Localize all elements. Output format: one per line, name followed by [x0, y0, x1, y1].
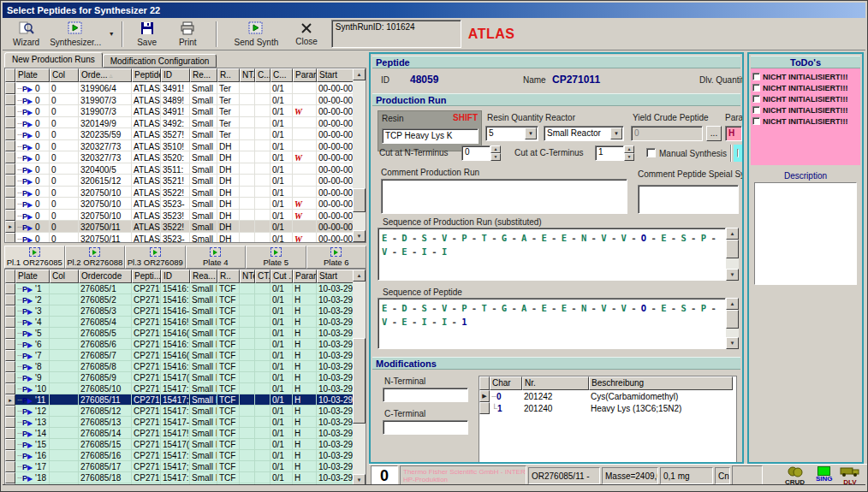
- vertical-scrollbar[interactable]: ▲ ▼: [353, 68, 366, 242]
- scroll-up-button[interactable]: ▲: [726, 228, 739, 240]
- cut-n-terminus-value[interactable]: 0: [461, 145, 490, 161]
- table-row[interactable]: ┄P▶ 00319907/3ATLAS 2!3489!SmallTer0/100…: [5, 94, 366, 106]
- scroll-thumb[interactable]: [353, 188, 366, 212]
- vertical-scrollbar[interactable]: ▲ ▼: [726, 298, 739, 349]
- table-row[interactable]: ┄P▶ '4276085/4CP271C15416!Small FTCF0/1H…: [5, 317, 366, 328]
- column-header[interactable]: Params: [293, 270, 317, 283]
- table-row[interactable]: ┄P▶ '5276085/5CP271C15416(Small FTCF0/1H…: [5, 328, 366, 339]
- table-row[interactable]: ┄P▶ '1276085/1CP271C15416:Small FTCF0/1H…: [5, 283, 366, 294]
- row-selector[interactable]: [5, 105, 15, 117]
- scroll-up-button[interactable]: ▲: [726, 298, 739, 310]
- plate-tab-3[interactable]: Pl.3 OR276089: [125, 246, 186, 269]
- scroll-up-button[interactable]: ▲: [353, 68, 366, 80]
- todo-checkbox[interactable]: [752, 84, 760, 92]
- row-selector[interactable]: [5, 439, 15, 450]
- title-bar[interactable]: Select Peptides for Synthesizer 22: [3, 3, 865, 18]
- column-header[interactable]: Params: [293, 68, 317, 82]
- column-header[interactable]: NT...: [240, 68, 255, 82]
- row-selector[interactable]: [5, 151, 15, 163]
- cut-n-terminus-spinner[interactable]: 0 ▲▼: [461, 145, 501, 161]
- sing-indicator[interactable]: SING: [816, 466, 833, 483]
- column-header[interactable]: Start: [317, 270, 354, 283]
- column-header[interactable]: Rea...: [190, 270, 217, 283]
- spin-down-icon[interactable]: ▼: [490, 153, 501, 161]
- row-selector[interactable]: ▶: [479, 390, 490, 402]
- row-selector[interactable]: [5, 450, 15, 461]
- todo-checkbox[interactable]: [752, 95, 760, 103]
- save-button[interactable]: Save: [132, 19, 162, 50]
- row-selector[interactable]: [5, 94, 15, 106]
- todo-item[interactable]: NICHT INITIALISIERT!!!: [752, 104, 859, 116]
- row-selector[interactable]: [5, 472, 15, 483]
- row-selector[interactable]: [5, 128, 15, 140]
- wizard-button[interactable]: Wizard: [8, 19, 45, 50]
- table-row[interactable]: ┄P▶ '13276085/13CP271C15417-Small FTCF0/…: [5, 417, 366, 428]
- todo-item[interactable]: NICHT INITIALISIERT!!!: [752, 116, 859, 127]
- row-selector[interactable]: [5, 339, 15, 350]
- table-row[interactable]: ┄P▶ 00320327/73ATLAS 2!3510!SmallDH0/100…: [5, 140, 366, 152]
- table-row[interactable]: ┄P▶ 00320750/10ATLAS 2!3522!SmallDH0/100…: [5, 187, 366, 199]
- vertical-scrollbar[interactable]: ▲ ▼: [726, 228, 739, 281]
- table-row[interactable]: ┄P▶ 00320615/12ATLAS 2!3521!SmallDH0/100…: [5, 175, 366, 187]
- table-row[interactable]: ▶┄0201242Cys(Carbamidomethyl): [479, 390, 736, 402]
- manual-synthesis-checkbox[interactable]: [646, 148, 656, 157]
- row-selector[interactable]: [5, 461, 15, 472]
- plate-tab-5[interactable]: Plate 5: [246, 246, 306, 269]
- synthesizer-button[interactable]: Synthesizer...: [45, 19, 106, 50]
- spin-up-icon[interactable]: ▲: [490, 145, 501, 153]
- column-header[interactable]: R..: [217, 270, 240, 283]
- column-header[interactable]: Char: [490, 376, 522, 390]
- todo-item[interactable]: NICHT INITIALISIERT!!!: [752, 93, 859, 104]
- table-row[interactable]: ┄P▶ '6276085/6CP271C15416:Small FTCF0/1H…: [5, 339, 366, 350]
- plate-tab-6[interactable]: Plate 6: [306, 246, 367, 269]
- chevron-down-icon[interactable]: ▼: [525, 127, 537, 139]
- table-row[interactable]: ┄P▶ 00320750/10ATLAS 2!3523!SmallDH0/1W0…: [5, 210, 366, 222]
- checked-res-checkbox[interactable]: [737, 149, 739, 157]
- scroll-down-button[interactable]: ▼: [726, 269, 739, 281]
- plate-tab-1[interactable]: Pl.1 OR276085: [4, 246, 65, 269]
- row-selector[interactable]: [5, 283, 15, 294]
- scroll-thumb[interactable]: [353, 338, 366, 424]
- table-row[interactable]: ┄P▶ '17276085/17CP271C15417;Small FTCF0/…: [5, 461, 366, 472]
- cut-c-terminus-value[interactable]: 1: [595, 145, 624, 161]
- row-selector[interactable]: [5, 140, 15, 152]
- table-row[interactable]: ┄P▶ 00320235/59ATLAS 2!3527!SmallTer0/10…: [5, 128, 366, 140]
- row-selector[interactable]: [5, 198, 15, 210]
- row-selector[interactable]: [5, 428, 15, 439]
- column-header[interactable]: NTe...: [240, 270, 255, 283]
- column-header[interactable]: Cut ...: [271, 270, 293, 283]
- resin-quantity-combobox[interactable]: 5 ▼: [485, 126, 538, 141]
- table-row[interactable]: ┄P▶ '3276085/3CP271C15416-Small FTCF0/1H…: [5, 305, 366, 317]
- todo-item[interactable]: NICHT INITIALISIERT!!!: [752, 82, 859, 93]
- table-row[interactable]: ▸┄P▶ 00320750/11ATLAS 2!3522!SmallDH0/10…: [5, 221, 366, 233]
- row-selector[interactable]: [5, 383, 15, 394]
- table-row[interactable]: ┄P▶ '15276085/15CP271C15417(Small FTCF0/…: [5, 439, 366, 450]
- n-terminal-input[interactable]: [383, 388, 468, 402]
- table-row[interactable]: ┄P▶ 00319906/4ATLAS 2!3491!SmallTer0/100…: [5, 82, 366, 94]
- row-selector[interactable]: [5, 82, 15, 94]
- reactor-combobox[interactable]: Small Reactor ▼: [544, 126, 624, 141]
- table-row[interactable]: ┄P▶ '2276085/2CP271C15416:Small FTCF0/1H…: [5, 294, 366, 305]
- row-selector[interactable]: [5, 187, 15, 199]
- row-selector[interactable]: [5, 210, 15, 222]
- row-selector[interactable]: [5, 117, 15, 129]
- scroll-down-button[interactable]: ▼: [726, 337, 739, 349]
- c-terminal-input[interactable]: [383, 420, 468, 435]
- dlv-indicator[interactable]: DLV: [840, 466, 860, 486]
- close-button[interactable]: Close: [290, 19, 323, 50]
- column-header[interactable]: Start: [317, 68, 354, 82]
- table-row[interactable]: └1201240Heavy Lys (13C6;15N2): [479, 402, 736, 414]
- print-button[interactable]: Print: [174, 19, 202, 50]
- row-selector[interactable]: [5, 233, 15, 244]
- crud-indicator[interactable]: CRUD: [785, 466, 805, 486]
- column-header[interactable]: Plate: [15, 68, 50, 82]
- todo-checkbox[interactable]: [752, 106, 760, 114]
- row-selector[interactable]: [5, 372, 15, 383]
- plate-tab-2[interactable]: Pl.2 OR276088: [65, 246, 126, 269]
- todo-checkbox[interactable]: [752, 73, 760, 80]
- table-row[interactable]: ┄P▶ 00320149/9ATLAS 2!3492:SmallTer0/100…: [5, 117, 366, 129]
- todo-checkbox[interactable]: [752, 117, 760, 125]
- comment-production-run-textarea[interactable]: [381, 179, 627, 214]
- table-row[interactable]: ┄P▶ '7276085/7CP271C15416(Small FTCF0/1H…: [5, 350, 366, 361]
- comment-peptide-textarea[interactable]: [638, 185, 739, 214]
